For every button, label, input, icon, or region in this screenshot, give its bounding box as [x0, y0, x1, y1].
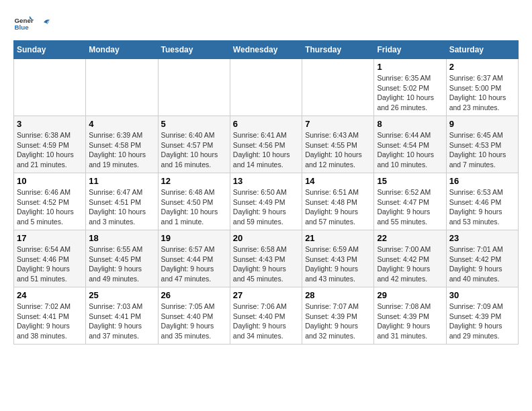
calendar-cell: 30Sunrise: 7:09 AM Sunset: 4:39 PM Dayli… [446, 287, 518, 345]
logo: General Blue [13, 13, 51, 34]
calendar-cell: 2Sunrise: 6:37 AM Sunset: 5:00 PM Daylig… [446, 59, 518, 116]
day-info: Sunrise: 6:43 AM Sunset: 4:55 PM Dayligh… [305, 130, 371, 170]
calendar-cell: 10Sunrise: 6:46 AM Sunset: 4:52 PM Dayli… [14, 173, 86, 230]
day-number: 19 [161, 233, 227, 243]
day-info: Sunrise: 6:55 AM Sunset: 4:45 PM Dayligh… [89, 244, 154, 284]
calendar-week-row: 10Sunrise: 6:46 AM Sunset: 4:52 PM Dayli… [14, 173, 519, 230]
calendar-cell: 27Sunrise: 7:06 AM Sunset: 4:40 PM Dayli… [230, 287, 302, 345]
calendar-cell: 21Sunrise: 6:59 AM Sunset: 4:43 PM Dayli… [302, 230, 374, 287]
calendar-week-row: 24Sunrise: 7:02 AM Sunset: 4:41 PM Dayli… [14, 287, 519, 345]
logo-icon: General Blue [13, 13, 34, 34]
calendar-table: SundayMondayTuesdayWednesdayThursdayFrid… [13, 40, 519, 345]
day-info: Sunrise: 6:35 AM Sunset: 5:02 PM Dayligh… [377, 73, 443, 113]
day-number: 28 [305, 290, 371, 300]
calendar-week-row: 3Sunrise: 6:38 AM Sunset: 4:59 PM Daylig… [14, 116, 519, 173]
day-number: 16 [449, 176, 515, 186]
page-header: General Blue [13, 13, 519, 34]
day-info: Sunrise: 6:41 AM Sunset: 4:56 PM Dayligh… [233, 130, 299, 170]
calendar-cell: 5Sunrise: 6:40 AM Sunset: 4:57 PM Daylig… [158, 116, 230, 173]
day-info: Sunrise: 6:59 AM Sunset: 4:43 PM Dayligh… [305, 244, 371, 284]
calendar-week-row: 1Sunrise: 6:35 AM Sunset: 5:02 PM Daylig… [14, 59, 519, 116]
day-number: 24 [17, 290, 83, 300]
day-info: Sunrise: 6:52 AM Sunset: 4:47 PM Dayligh… [377, 187, 443, 227]
calendar-cell [230, 59, 302, 116]
day-info: Sunrise: 7:01 AM Sunset: 4:42 PM Dayligh… [449, 244, 515, 284]
weekday-header: Sunday [14, 41, 86, 59]
weekday-header: Saturday [446, 41, 518, 59]
day-number: 30 [449, 290, 515, 300]
calendar-cell: 13Sunrise: 6:50 AM Sunset: 4:49 PM Dayli… [230, 173, 302, 230]
day-number: 11 [89, 176, 154, 186]
calendar-cell: 24Sunrise: 7:02 AM Sunset: 4:41 PM Dayli… [14, 287, 86, 345]
weekday-header: Friday [374, 41, 446, 59]
day-number: 13 [233, 176, 299, 186]
day-number: 15 [377, 176, 443, 186]
day-number: 23 [449, 233, 515, 243]
day-info: Sunrise: 6:37 AM Sunset: 5:00 PM Dayligh… [449, 73, 515, 113]
day-info: Sunrise: 6:48 AM Sunset: 4:50 PM Dayligh… [161, 187, 227, 227]
calendar-cell: 17Sunrise: 6:54 AM Sunset: 4:46 PM Dayli… [14, 230, 86, 287]
calendar-cell: 26Sunrise: 7:05 AM Sunset: 4:40 PM Dayli… [158, 287, 230, 345]
day-info: Sunrise: 7:07 AM Sunset: 4:39 PM Dayligh… [305, 302, 371, 341]
day-info: Sunrise: 7:08 AM Sunset: 4:39 PM Dayligh… [377, 302, 443, 341]
day-info: Sunrise: 6:39 AM Sunset: 4:58 PM Dayligh… [89, 130, 154, 170]
day-number: 10 [17, 176, 83, 186]
calendar-header-row: SundayMondayTuesdayWednesdayThursdayFrid… [14, 41, 519, 59]
day-info: Sunrise: 6:47 AM Sunset: 4:51 PM Dayligh… [89, 187, 154, 227]
calendar-cell: 3Sunrise: 6:38 AM Sunset: 4:59 PM Daylig… [14, 116, 86, 173]
day-number: 18 [89, 233, 154, 243]
calendar-cell: 7Sunrise: 6:43 AM Sunset: 4:55 PM Daylig… [302, 116, 374, 173]
day-number: 9 [449, 119, 515, 129]
day-info: Sunrise: 7:09 AM Sunset: 4:39 PM Dayligh… [449, 302, 515, 341]
calendar-cell [302, 59, 374, 116]
day-number: 29 [377, 290, 443, 300]
calendar-cell: 11Sunrise: 6:47 AM Sunset: 4:51 PM Dayli… [86, 173, 158, 230]
day-info: Sunrise: 6:40 AM Sunset: 4:57 PM Dayligh… [161, 130, 227, 170]
calendar-cell: 18Sunrise: 6:55 AM Sunset: 4:45 PM Dayli… [86, 230, 158, 287]
day-number: 21 [305, 233, 371, 243]
day-info: Sunrise: 7:06 AM Sunset: 4:40 PM Dayligh… [233, 302, 299, 341]
weekday-header: Thursday [302, 41, 374, 59]
calendar-cell: 29Sunrise: 7:08 AM Sunset: 4:39 PM Dayli… [374, 287, 446, 345]
calendar-cell: 15Sunrise: 6:52 AM Sunset: 4:47 PM Dayli… [374, 173, 446, 230]
day-info: Sunrise: 6:53 AM Sunset: 4:46 PM Dayligh… [449, 187, 515, 227]
calendar-cell: 12Sunrise: 6:48 AM Sunset: 4:50 PM Dayli… [158, 173, 230, 230]
day-number: 20 [233, 233, 299, 243]
calendar-cell: 20Sunrise: 6:58 AM Sunset: 4:43 PM Dayli… [230, 230, 302, 287]
calendar-cell: 19Sunrise: 6:57 AM Sunset: 4:44 PM Dayli… [158, 230, 230, 287]
calendar-cell [158, 59, 230, 116]
day-number: 2 [449, 62, 515, 72]
day-info: Sunrise: 6:54 AM Sunset: 4:46 PM Dayligh… [17, 244, 83, 284]
calendar-cell: 28Sunrise: 7:07 AM Sunset: 4:39 PM Dayli… [302, 287, 374, 345]
calendar-cell [14, 59, 86, 116]
calendar-cell: 16Sunrise: 6:53 AM Sunset: 4:46 PM Dayli… [446, 173, 518, 230]
day-number: 25 [89, 290, 154, 300]
calendar-cell: 25Sunrise: 7:03 AM Sunset: 4:41 PM Dayli… [86, 287, 158, 345]
day-number: 22 [377, 233, 443, 243]
day-number: 7 [305, 119, 371, 129]
day-info: Sunrise: 6:45 AM Sunset: 4:53 PM Dayligh… [449, 130, 515, 170]
calendar-cell: 6Sunrise: 6:41 AM Sunset: 4:56 PM Daylig… [230, 116, 302, 173]
day-number: 17 [17, 233, 83, 243]
day-info: Sunrise: 6:38 AM Sunset: 4:59 PM Dayligh… [17, 130, 83, 170]
day-info: Sunrise: 6:57 AM Sunset: 4:44 PM Dayligh… [161, 244, 227, 284]
day-number: 14 [305, 176, 371, 186]
weekday-header: Tuesday [158, 41, 230, 59]
calendar-cell: 23Sunrise: 7:01 AM Sunset: 4:42 PM Dayli… [446, 230, 518, 287]
day-number: 4 [89, 119, 154, 129]
calendar-cell: 9Sunrise: 6:45 AM Sunset: 4:53 PM Daylig… [446, 116, 518, 173]
calendar-cell: 14Sunrise: 6:51 AM Sunset: 4:48 PM Dayli… [302, 173, 374, 230]
weekday-header: Wednesday [230, 41, 302, 59]
day-number: 12 [161, 176, 227, 186]
day-info: Sunrise: 6:46 AM Sunset: 4:52 PM Dayligh… [17, 187, 83, 227]
day-number: 27 [233, 290, 299, 300]
day-info: Sunrise: 6:51 AM Sunset: 4:48 PM Dayligh… [305, 187, 371, 227]
calendar-cell: 1Sunrise: 6:35 AM Sunset: 5:02 PM Daylig… [374, 59, 446, 116]
logo-bird-icon [38, 17, 50, 30]
weekday-header: Monday [86, 41, 158, 59]
day-number: 1 [377, 62, 443, 72]
day-info: Sunrise: 7:05 AM Sunset: 4:40 PM Dayligh… [161, 302, 227, 341]
day-info: Sunrise: 6:50 AM Sunset: 4:49 PM Dayligh… [233, 187, 299, 227]
day-info: Sunrise: 6:44 AM Sunset: 4:54 PM Dayligh… [377, 130, 443, 170]
day-info: Sunrise: 6:58 AM Sunset: 4:43 PM Dayligh… [233, 244, 299, 284]
